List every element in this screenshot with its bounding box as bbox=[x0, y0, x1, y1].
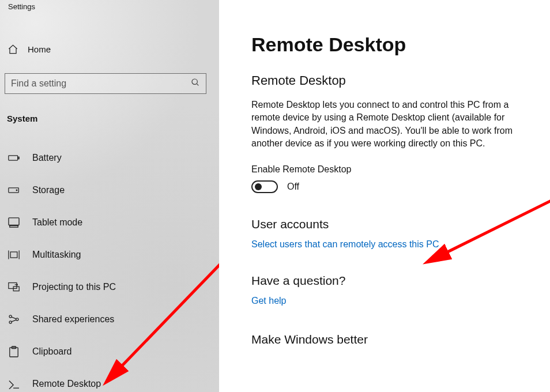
sidebar-item-label: Shared experiences bbox=[32, 314, 114, 325]
sidebar-item-projecting[interactable]: Projecting to this PC bbox=[5, 271, 214, 303]
remote-desktop-description: Remote Desktop lets you connect to and c… bbox=[251, 99, 532, 150]
sidebar-home-label: Home bbox=[28, 44, 51, 54]
svg-rect-7 bbox=[10, 225, 18, 227]
multitasking-icon bbox=[8, 249, 20, 261]
sidebar-item-battery[interactable]: Battery bbox=[5, 142, 214, 174]
sidebar-item-label: Battery bbox=[32, 153, 62, 163]
section-title-user-accounts: User accounts bbox=[251, 217, 532, 231]
select-users-link[interactable]: Select users that can remotely access th… bbox=[251, 239, 532, 250]
search-input[interactable] bbox=[5, 73, 206, 94]
svg-rect-3 bbox=[18, 157, 20, 159]
main-content: Remote Desktop Remote Desktop Remote Des… bbox=[219, 0, 550, 392]
sidebar-item-label: Remote Desktop bbox=[32, 379, 101, 389]
sidebar-item-label: Multitasking bbox=[32, 250, 81, 260]
projecting-icon bbox=[8, 281, 20, 293]
svg-point-0 bbox=[192, 79, 197, 84]
enable-remote-desktop-toggle[interactable] bbox=[251, 180, 278, 193]
annotation-arrow-2 bbox=[421, 196, 550, 277]
sidebar-item-multitasking[interactable]: Multitasking bbox=[5, 239, 214, 271]
svg-rect-10 bbox=[10, 252, 17, 258]
svg-rect-11 bbox=[9, 283, 17, 289]
sidebar-item-remote-desktop[interactable]: Remote Desktop bbox=[5, 368, 214, 392]
get-help-link[interactable]: Get help bbox=[251, 296, 532, 306]
app-title: Settings bbox=[5, 2, 214, 11]
toggle-label: Enable Remote Desktop bbox=[251, 164, 532, 175]
sidebar-category-label: System bbox=[5, 114, 214, 123]
section-title-improve: Make Windows better bbox=[251, 333, 532, 346]
sidebar-item-label: Tablet mode bbox=[32, 217, 82, 228]
storage-icon bbox=[8, 184, 20, 196]
svg-rect-6 bbox=[9, 218, 19, 225]
page-title: Remote Desktop bbox=[251, 33, 532, 56]
sidebar-item-tablet-mode[interactable]: Tablet mode bbox=[5, 206, 214, 239]
battery-icon bbox=[8, 152, 20, 164]
sidebar-item-clipboard[interactable]: Clipboard bbox=[5, 336, 214, 368]
sidebar-item-storage[interactable]: Storage bbox=[5, 174, 214, 206]
sidebar-home[interactable]: Home bbox=[5, 39, 214, 59]
home-icon bbox=[7, 43, 18, 55]
sidebar-item-shared-experiences[interactable]: Shared experiences bbox=[5, 303, 214, 336]
section-title-question: Have a question? bbox=[251, 274, 532, 288]
svg-rect-2 bbox=[9, 156, 18, 160]
svg-line-1 bbox=[197, 84, 198, 85]
svg-line-16 bbox=[12, 317, 16, 319]
svg-point-14 bbox=[9, 321, 12, 323]
sidebar-item-label: Storage bbox=[32, 185, 65, 195]
search-input-field[interactable] bbox=[11, 78, 191, 89]
tablet-icon bbox=[8, 217, 20, 228]
search-icon bbox=[191, 78, 200, 89]
clipboard-icon bbox=[8, 346, 20, 357]
settings-sidebar: Settings Home System Battery bbox=[0, 0, 219, 392]
remote-desktop-icon bbox=[8, 378, 20, 390]
svg-point-15 bbox=[16, 318, 18, 321]
svg-point-13 bbox=[9, 315, 12, 318]
section-title-remote-desktop: Remote Desktop bbox=[251, 73, 532, 88]
svg-line-17 bbox=[12, 320, 16, 322]
sidebar-item-label: Clipboard bbox=[32, 346, 71, 357]
svg-point-5 bbox=[16, 190, 17, 191]
toggle-state-label: Off bbox=[287, 182, 299, 192]
shared-icon bbox=[8, 314, 20, 325]
sidebar-item-label: Projecting to this PC bbox=[32, 282, 116, 292]
